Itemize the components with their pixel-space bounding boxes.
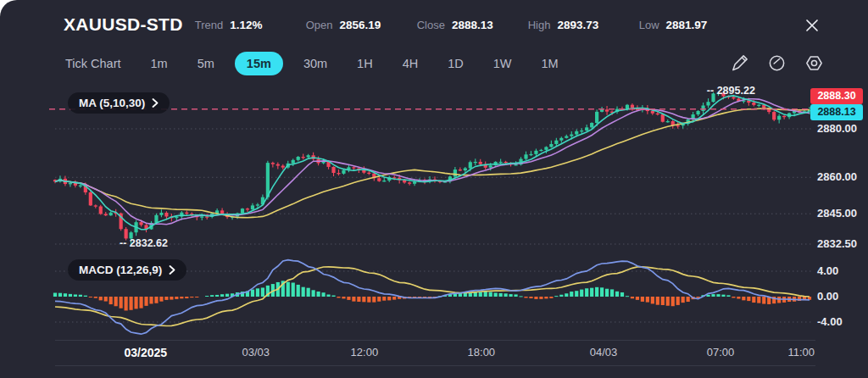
y-axis-label: 2860.00 <box>817 170 857 183</box>
settings-icon <box>804 53 824 73</box>
x-axis-label: 03/2025 <box>124 346 167 359</box>
timeframe-tick-chart[interactable]: Tick Chart <box>56 53 131 75</box>
draw-icon <box>730 53 749 73</box>
y-axis-label: 2832.50 <box>817 237 857 250</box>
header-stat: Low2881.97 <box>639 19 750 31</box>
timeframe-15m[interactable]: 15m <box>235 52 283 75</box>
header-stat: High2893.73 <box>528 19 639 31</box>
header-stat: Trend1.12% <box>195 19 306 31</box>
settings-button[interactable] <box>803 52 826 75</box>
chevron-right-icon <box>152 98 159 108</box>
ma-label-text: MA (5,10,30) <box>79 97 145 109</box>
timeframe-4h[interactable]: 4H <box>393 53 428 75</box>
x-axis-label: 07:00 <box>707 346 735 359</box>
chevron-right-icon <box>169 265 175 275</box>
header-stats: Trend1.12%Open2856.19Close2888.13High289… <box>195 19 750 31</box>
close-button[interactable] <box>800 14 824 37</box>
ma-indicator-label[interactable]: MA (5,10,30) <box>68 92 170 114</box>
timer-button[interactable] <box>765 52 788 75</box>
timeframe-1h[interactable]: 1H <box>348 53 382 75</box>
y-axis-label: 2845.00 <box>817 207 857 220</box>
macd-axis-label: -4.00 <box>817 315 843 328</box>
chart-header: XAUUSD-STD Trend1.12%Open2856.19Close288… <box>0 0 868 49</box>
timeframe-30m[interactable]: 30m <box>294 53 337 75</box>
timeframe-bar: Tick Chart1m5m15m30m1H4H1D1W1M <box>56 48 568 79</box>
low-price-annotation: -- 2832.62 <box>120 237 168 249</box>
draw-tool-button[interactable] <box>728 52 751 75</box>
last-price-badge: 2888.30 <box>810 88 863 104</box>
x-axis-label: 11:00 <box>787 346 815 359</box>
x-axis-divider <box>55 365 815 366</box>
macd-axis-label: 4.00 <box>817 264 838 277</box>
chart-tools <box>728 52 826 75</box>
macd-label-text: MACD (12,26,9) <box>79 264 162 276</box>
chart-widget: XAUUSD-STD Trend1.12%Open2856.19Close288… <box>0 0 868 378</box>
symbol-title: XAUUSD-STD <box>64 14 183 35</box>
x-axis-label: 03/03 <box>242 346 270 359</box>
timer-icon <box>767 53 787 73</box>
header-stat: Close2888.13 <box>417 19 528 31</box>
x-axis-label: 04/03 <box>590 346 618 359</box>
y-axis-label: 2880.00 <box>817 122 857 135</box>
x-axis-label: 18:00 <box>468 346 496 359</box>
macd-indicator-label[interactable]: MACD (12,26,9) <box>68 259 186 281</box>
header-stat: Open2856.19 <box>306 19 417 31</box>
timeframe-1m[interactable]: 1M <box>531 53 567 75</box>
close-icon <box>804 17 821 34</box>
close-price-badge: 2888.13 <box>810 104 863 120</box>
high-price-annotation: -- 2895.22 <box>707 85 755 97</box>
timeframe-1d[interactable]: 1D <box>438 53 473 75</box>
timeframe-1m[interactable]: 1m <box>142 53 177 75</box>
timeframe-5m[interactable]: 5m <box>188 53 224 75</box>
timeframe-1w[interactable]: 1W <box>484 53 521 75</box>
macd-axis-label: 0.00 <box>817 290 838 303</box>
x-axis-label: 12:00 <box>351 346 379 359</box>
x-axis-divider <box>55 340 815 341</box>
